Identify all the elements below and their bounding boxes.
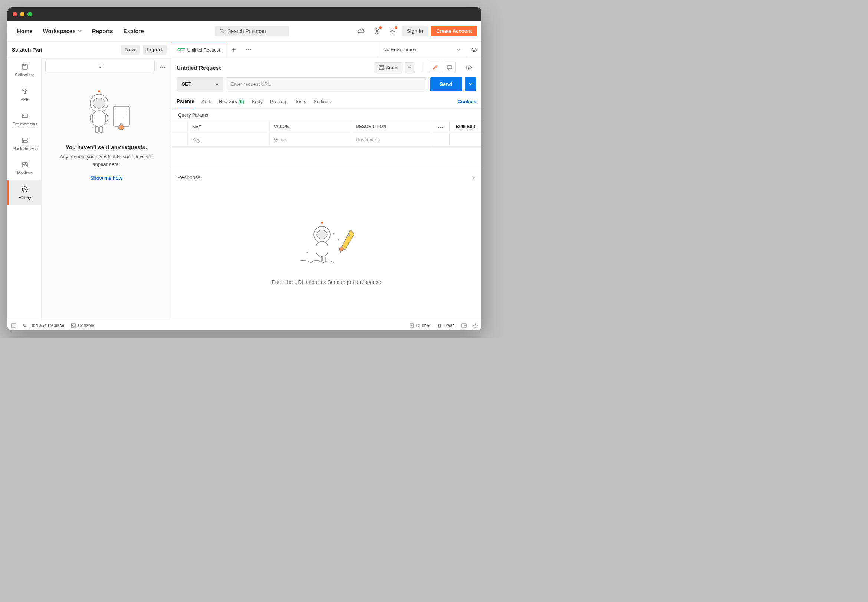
sidebar-item-collections[interactable]: Collections — [8, 58, 41, 82]
divider — [422, 63, 422, 72]
tab-more-button[interactable] — [241, 41, 256, 58]
console-button[interactable]: Console — [71, 323, 94, 328]
tab-params[interactable]: Params — [176, 95, 194, 108]
svg-rect-48 — [316, 241, 328, 257]
save-dropdown-button[interactable] — [405, 62, 415, 73]
trash-button[interactable]: Trash — [437, 323, 455, 328]
desc-input[interactable]: Description — [351, 133, 433, 146]
tab-settings[interactable]: Settings — [314, 95, 331, 108]
tab-auth[interactable]: Auth — [201, 95, 211, 108]
request-title[interactable]: Untitled Request — [176, 64, 371, 71]
svg-line-59 — [26, 326, 27, 327]
settings-icon[interactable] — [386, 26, 399, 37]
method-label: GET — [181, 81, 191, 87]
play-icon — [410, 323, 414, 328]
svg-point-19 — [164, 67, 165, 68]
send-button[interactable]: Send — [430, 77, 462, 91]
sidebar-header: Scratch Pad New Import — [8, 41, 171, 58]
layout-button[interactable] — [461, 323, 467, 328]
help-button[interactable] — [473, 323, 478, 328]
svg-rect-40 — [447, 66, 452, 69]
environment-dropdown[interactable]: No Environment — [378, 41, 466, 58]
history-icon — [21, 186, 29, 193]
svg-point-7 — [26, 89, 27, 91]
trash-label: Trash — [444, 323, 455, 328]
new-button[interactable]: New — [121, 45, 140, 55]
sidebar-item-mock-servers[interactable]: Mock Servers — [8, 131, 41, 156]
tab-body[interactable]: Body — [251, 95, 263, 108]
svg-point-3 — [376, 31, 378, 32]
console-label: Console — [78, 323, 94, 328]
filter-input[interactable] — [45, 60, 155, 72]
environment-preview-button[interactable] — [466, 41, 481, 58]
sidebar-item-history[interactable]: History — [8, 180, 41, 205]
param-row-empty[interactable]: Key Value Description — [171, 133, 481, 146]
sidebar-item-apis[interactable]: APIs — [8, 82, 41, 107]
tab-prereq[interactable]: Pre-req. — [270, 95, 288, 108]
bulk-edit-button[interactable]: Bulk Edit — [450, 120, 481, 133]
create-account-button[interactable]: Create Account — [431, 26, 477, 36]
new-tab-button[interactable] — [226, 41, 241, 58]
save-label: Save — [386, 65, 397, 71]
monitors-icon — [21, 161, 29, 169]
maximize-window-button[interactable] — [28, 12, 32, 16]
plus-icon — [231, 47, 236, 52]
sidebar-item-environments[interactable]: Environments — [8, 107, 41, 131]
url-input[interactable] — [226, 77, 427, 91]
find-replace-button[interactable]: Find and Replace — [23, 323, 64, 328]
tab-tests[interactable]: Tests — [295, 95, 306, 108]
signin-button[interactable]: Sign In — [402, 26, 428, 36]
explore-nav[interactable]: Explore — [118, 25, 149, 37]
search-icon — [23, 323, 28, 328]
cloud-sync-icon[interactable] — [355, 26, 367, 37]
col-more-button[interactable] — [433, 120, 450, 133]
chevron-down-icon — [78, 29, 82, 33]
console-icon — [71, 323, 76, 328]
footer: Find and Replace Console Runner Trash — [8, 320, 481, 330]
environment-label: No Environment — [383, 47, 418, 52]
sidebar-item-monitors[interactable]: Monitors — [8, 156, 41, 180]
collapse-icon[interactable] — [472, 175, 476, 179]
comments-button[interactable] — [444, 62, 456, 73]
pencil-icon — [433, 65, 438, 70]
close-window-button[interactable] — [12, 12, 17, 16]
svg-rect-12 — [22, 141, 28, 143]
runner-button[interactable]: Runner — [410, 323, 430, 328]
svg-point-8 — [24, 92, 26, 94]
value-input[interactable]: Value — [270, 133, 352, 146]
import-button[interactable]: Import — [143, 45, 167, 55]
save-button[interactable]: Save — [374, 62, 402, 73]
svg-point-53 — [338, 240, 339, 241]
more-icon — [438, 127, 443, 128]
request-tab[interactable]: GET Untitled Request — [171, 41, 226, 58]
capture-icon[interactable] — [370, 26, 383, 37]
workspaces-nav[interactable]: Workspaces — [38, 25, 87, 37]
svg-point-4 — [392, 31, 393, 32]
reports-nav[interactable]: Reports — [87, 25, 118, 37]
cookies-link[interactable]: Cookies — [458, 99, 476, 104]
search-box[interactable]: Search Postman — [215, 26, 289, 36]
method-dropdown[interactable]: GET — [176, 77, 223, 91]
sidebar-more-button[interactable] — [158, 63, 167, 69]
request-tabbar: GET Untitled Request No Environment — [171, 41, 481, 58]
response-label: Response — [177, 174, 201, 180]
params-table: KEY VALUE DESCRIPTION Bulk Edit Key Valu… — [171, 120, 481, 147]
svg-rect-26 — [100, 126, 103, 133]
documentation-button[interactable] — [429, 62, 441, 73]
headers-count: (6) — [239, 99, 245, 104]
svg-point-43 — [442, 127, 443, 128]
apis-icon — [21, 88, 29, 95]
minimize-window-button[interactable] — [20, 12, 24, 16]
home-nav[interactable]: Home — [12, 25, 38, 37]
toggle-sidebar-button[interactable] — [11, 323, 16, 328]
code-sidebar-button[interactable] — [461, 65, 476, 70]
response-empty-text: Enter the URL and click Send to get a re… — [271, 279, 381, 285]
key-input[interactable]: Key — [188, 133, 270, 146]
send-dropdown-button[interactable] — [465, 77, 476, 91]
svg-point-32 — [120, 123, 122, 126]
svg-point-35 — [250, 49, 251, 50]
show-me-how-link[interactable]: Show me how — [90, 175, 122, 181]
tab-headers[interactable]: Headers (6) — [219, 95, 245, 108]
comment-icon — [447, 65, 452, 70]
help-icon — [473, 323, 478, 328]
